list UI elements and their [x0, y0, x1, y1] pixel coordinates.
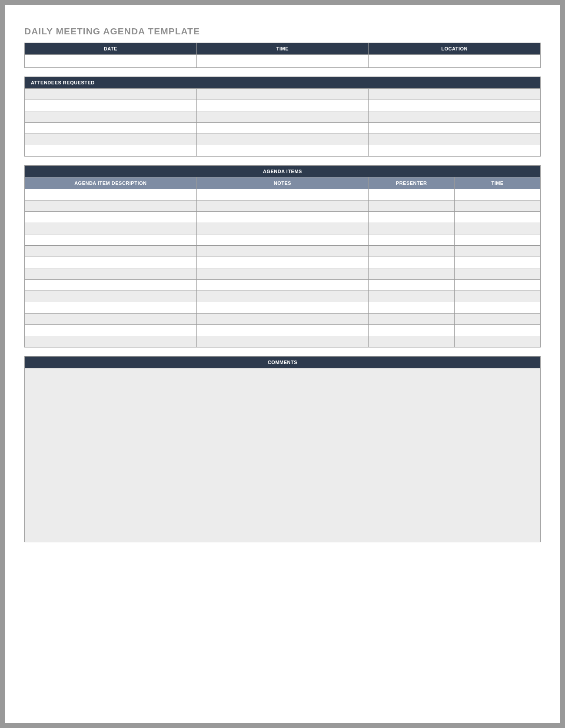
agenda-cell[interactable]	[25, 234, 197, 246]
agenda-cell[interactable]	[25, 268, 197, 280]
agenda-section: AGENDA ITEMS AGENDA ITEM DESCRIPTION NOT…	[24, 165, 541, 347]
attendee-cell[interactable]	[369, 145, 541, 157]
table-row	[25, 291, 541, 302]
table-row	[25, 257, 541, 268]
comments-field[interactable]	[24, 368, 541, 542]
agenda-cell[interactable]	[455, 200, 541, 212]
dtl-header-row: DATE TIME LOCATION	[25, 43, 541, 55]
attendees-table: ATTENDEES REQUESTED	[24, 77, 541, 157]
agenda-cell[interactable]	[25, 336, 197, 347]
agenda-cell[interactable]	[369, 302, 455, 314]
agenda-cell[interactable]	[25, 314, 197, 325]
agenda-cell[interactable]	[369, 246, 455, 257]
table-row	[25, 200, 541, 212]
date-field[interactable]	[25, 55, 197, 68]
attendee-cell[interactable]	[25, 145, 197, 157]
attendee-cell[interactable]	[25, 123, 197, 134]
agenda-cell[interactable]	[455, 291, 541, 302]
agenda-cell[interactable]	[455, 325, 541, 336]
agenda-cell[interactable]	[25, 280, 197, 291]
agenda-cell[interactable]	[455, 223, 541, 234]
agenda-cell[interactable]	[196, 336, 369, 347]
agenda-cell[interactable]	[25, 200, 197, 212]
agenda-cell[interactable]	[455, 302, 541, 314]
agenda-col-notes: NOTES	[196, 177, 369, 189]
agenda-cell[interactable]	[455, 280, 541, 291]
attendee-cell[interactable]	[25, 89, 197, 100]
agenda-cell[interactable]	[25, 257, 197, 268]
attendee-cell[interactable]	[25, 111, 197, 123]
agenda-cell[interactable]	[369, 200, 455, 212]
agenda-cell[interactable]	[25, 189, 197, 200]
agenda-cell[interactable]	[455, 268, 541, 280]
agenda-cell[interactable]	[25, 302, 197, 314]
agenda-table: AGENDA ITEMS AGENDA ITEM DESCRIPTION NOT…	[24, 165, 541, 347]
agenda-cell[interactable]	[196, 280, 369, 291]
agenda-cell[interactable]	[455, 212, 541, 223]
attendee-cell[interactable]	[25, 134, 197, 145]
dtl-header-date: DATE	[25, 43, 197, 55]
agenda-cell[interactable]	[25, 223, 197, 234]
agenda-cell[interactable]	[196, 223, 369, 234]
agenda-cell[interactable]	[369, 325, 455, 336]
table-row	[25, 280, 541, 291]
agenda-cell[interactable]	[369, 223, 455, 234]
attendee-cell[interactable]	[369, 123, 541, 134]
time-field[interactable]	[196, 55, 369, 68]
agenda-cell[interactable]	[196, 234, 369, 246]
agenda-cell[interactable]	[455, 189, 541, 200]
agenda-cell[interactable]	[25, 246, 197, 257]
agenda-columns-row: AGENDA ITEM DESCRIPTION NOTES PRESENTER …	[25, 177, 541, 189]
attendee-cell[interactable]	[25, 100, 197, 111]
table-row	[25, 212, 541, 223]
agenda-cell[interactable]	[196, 325, 369, 336]
agenda-cell[interactable]	[196, 200, 369, 212]
agenda-cell[interactable]	[455, 234, 541, 246]
attendee-cell[interactable]	[369, 100, 541, 111]
comments-header-row: COMMENTS	[25, 357, 541, 368]
agenda-cell[interactable]	[196, 189, 369, 200]
agenda-cell[interactable]	[369, 234, 455, 246]
attendee-cell[interactable]	[196, 89, 369, 100]
dtl-input-row	[25, 55, 541, 68]
location-field[interactable]	[369, 55, 541, 68]
agenda-cell[interactable]	[455, 257, 541, 268]
agenda-cell[interactable]	[196, 302, 369, 314]
agenda-cell[interactable]	[196, 257, 369, 268]
attendee-cell[interactable]	[196, 145, 369, 157]
agenda-cell[interactable]	[369, 336, 455, 347]
agenda-cell[interactable]	[369, 212, 455, 223]
agenda-header-row: AGENDA ITEMS	[25, 166, 541, 177]
agenda-cell[interactable]	[369, 268, 455, 280]
table-row	[25, 111, 541, 123]
attendee-cell[interactable]	[196, 111, 369, 123]
attendee-cell[interactable]	[369, 111, 541, 123]
attendee-cell[interactable]	[196, 123, 369, 134]
attendee-cell[interactable]	[369, 134, 541, 145]
attendee-cell[interactable]	[369, 89, 541, 100]
agenda-col-time: TIME	[455, 177, 541, 189]
agenda-cell[interactable]	[196, 246, 369, 257]
attendees-header: ATTENDEES REQUESTED	[25, 77, 541, 89]
agenda-cell[interactable]	[369, 189, 455, 200]
agenda-cell[interactable]	[455, 314, 541, 325]
agenda-cell[interactable]	[25, 325, 197, 336]
attendee-cell[interactable]	[196, 100, 369, 111]
table-row	[25, 123, 541, 134]
agenda-cell[interactable]	[25, 291, 197, 302]
table-row	[25, 134, 541, 145]
agenda-cell[interactable]	[196, 268, 369, 280]
agenda-cell[interactable]	[369, 257, 455, 268]
agenda-cell[interactable]	[196, 291, 369, 302]
table-row	[25, 336, 541, 347]
dtl-table: DATE TIME LOCATION	[24, 43, 541, 68]
agenda-cell[interactable]	[25, 212, 197, 223]
agenda-cell[interactable]	[455, 336, 541, 347]
agenda-cell[interactable]	[455, 246, 541, 257]
agenda-cell[interactable]	[369, 314, 455, 325]
agenda-cell[interactable]	[369, 280, 455, 291]
agenda-cell[interactable]	[196, 212, 369, 223]
agenda-cell[interactable]	[196, 314, 369, 325]
agenda-cell[interactable]	[369, 291, 455, 302]
attendee-cell[interactable]	[196, 134, 369, 145]
